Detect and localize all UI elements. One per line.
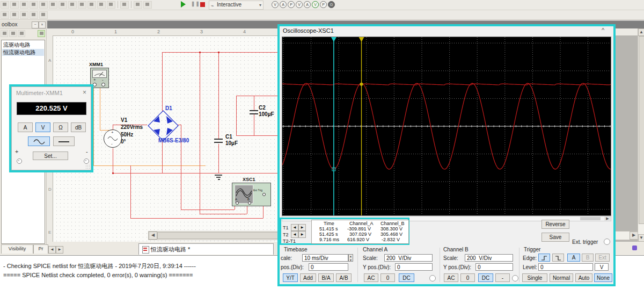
snapshot-icon[interactable] [38,30,45,37]
xsc1-ref-label[interactable]: XSC1 [243,177,255,182]
simulation-mode-dropdown[interactable]: ⌁ Interactive ▾ [209,1,264,10]
scrollbar-thumb[interactable] [580,217,601,220]
reverse-button[interactable]: Reverse [541,220,569,229]
ohmmeter-button[interactable]: Ω [53,122,68,132]
place-misc-icon[interactable] [107,1,115,9]
place-basic-icon[interactable] [10,1,19,9]
resize-grip[interactable] [85,164,90,169]
diff-voltage-probe-icon[interactable]: V [296,1,303,8]
current-probe-icon[interactable]: A [280,1,287,8]
place-mixed-icon[interactable] [78,1,86,9]
c1-ref-label[interactable]: C1 [225,134,232,140]
t2-left-icon[interactable]: ◀ [291,231,298,238]
tree-item-sheet[interactable]: 恒流驱动电路 [2,49,44,56]
capture-icon[interactable] [39,11,48,19]
trigger-level-unit[interactable]: V [595,263,609,271]
none-button[interactable]: None [594,273,612,282]
channel-b-scale-input[interactable] [465,254,513,262]
current-probe2-icon[interactable]: A [304,1,311,8]
channel-a-radio[interactable] [429,275,436,281]
tree-item-project[interactable]: 流驱动电路 [2,41,44,48]
tab-project[interactable]: Pr [33,244,48,254]
scroll-up-icon[interactable]: ▲ [638,28,644,36]
trigger-ext-button[interactable]: Ext [595,254,610,262]
xmm1-ref-label[interactable]: XMM1 [89,62,103,67]
place-misc-digital-icon[interactable] [68,1,77,9]
c2-ref-label[interactable]: C2 [259,105,266,111]
place-connector-icon[interactable] [143,1,152,9]
single-button[interactable]: Single [522,273,547,282]
dc-mode-button[interactable] [53,136,75,146]
d1-symbol[interactable] [147,110,179,142]
multimeter-window[interactable]: Multimeter-XMM1 × 220.525 V A V Ω dB + -… [9,84,93,172]
rising-edge-button[interactable] [538,254,550,262]
analysis-icon[interactable] [10,11,19,19]
place-ttl-icon[interactable] [49,1,57,9]
channel-b-ac-button[interactable]: AC [444,273,458,282]
tab-visibility[interactable]: Visibility [1,244,33,254]
channel-a-ac-button[interactable]: AC [364,273,378,282]
ab-button[interactable]: A/B [336,273,352,282]
place-transistor-icon[interactable] [30,1,38,9]
postprocessor-icon[interactable] [20,11,28,19]
digital-probe-icon[interactable]: P [320,1,327,8]
ac-mode-button[interactable] [28,136,50,146]
v1-ref-label[interactable]: V1 [121,117,127,123]
channel-b-minus-button[interactable]: - [495,273,510,282]
channel-a-dc-button[interactable]: DC [399,273,414,282]
tab-scroll-right-icon[interactable]: ▶ [56,246,63,254]
scrollbar-thumb[interactable] [639,36,644,224]
channel-a-pos-input[interactable] [395,263,433,271]
place-diode-icon[interactable] [20,1,28,9]
t1-right-icon[interactable]: ▶ [298,224,306,231]
ext-trigger-radio[interactable] [604,239,610,245]
report-icon[interactable] [30,11,38,19]
place-analog-icon[interactable] [39,1,48,9]
trigger-b-button[interactable]: B [582,254,594,262]
oscilloscope-window[interactable]: Oscilloscope-XSC1 ^ ▶ T1 ◀ ▶ T2 ◀ ▶ T2-T… [277,24,616,286]
place-source-icon[interactable] [1,1,9,9]
place-electromechanical-icon[interactable] [134,1,142,9]
pause-button[interactable]: ❚❚ [191,1,200,6]
grapher-icon[interactable] [1,11,9,19]
v1-symbol[interactable]: + - [104,129,122,148]
scroll-down-icon[interactable]: ▼ [638,234,644,242]
ammeter-button[interactable]: A [18,122,33,132]
scroll-right-icon[interactable]: ▶ [604,216,611,221]
toolbox-pin-icon[interactable]: − [32,21,39,28]
channel-b-radio[interactable] [512,275,518,281]
yt-button[interactable]: Y/T [283,273,298,282]
voltage-probe-icon[interactable]: V [272,1,279,8]
db-button[interactable]: dB [71,122,86,132]
canvas-vertical-scrollbar[interactable]: ▲ ▼ [638,28,644,242]
channel-b-pos-input[interactable] [475,263,513,271]
close-icon[interactable]: × [83,89,86,96]
copy-icon[interactable] [18,30,25,37]
falling-edge-button[interactable] [552,254,564,262]
d1-ref-label[interactable]: D1 [165,105,172,111]
voltage-ref-probe-icon[interactable]: V [312,1,319,8]
open-folder-icon[interactable] [9,30,17,37]
voltmeter-button[interactable]: V [35,122,50,132]
probe-settings-icon[interactable]: G [328,1,335,8]
ba-button[interactable]: B/A [318,273,334,282]
cursor-t2-handle-icon[interactable] [359,37,364,42]
t1-left-icon[interactable]: ◀ [291,224,298,231]
d1-part-label[interactable]: MB6S-E3/80 [158,138,189,143]
place-cmos-icon[interactable] [58,1,67,9]
spinner-icon[interactable]: ▲▼ [348,254,353,262]
timebase-pos-input[interactable] [309,263,348,271]
scroll-left-icon[interactable]: ◀ [149,232,157,240]
stop-button[interactable] [200,2,205,7]
new-document-icon[interactable] [1,30,8,37]
add-button[interactable]: Add [300,273,316,282]
sheet-tab[interactable]: 恒流驱动电路 * [138,243,274,255]
channel-b-zero-button[interactable]: 0 [460,273,475,282]
set-button[interactable]: Set... [33,151,68,160]
save-button[interactable]: Save [541,233,569,242]
place-power-icon[interactable] [97,1,106,9]
scroll-right-icon[interactable]: ▶ [630,232,638,240]
collapse-icon[interactable]: ^ [602,27,604,33]
xsc1-symbol[interactable]: Ext Trig A B [232,183,271,206]
trigger-level-input[interactable] [538,263,593,271]
